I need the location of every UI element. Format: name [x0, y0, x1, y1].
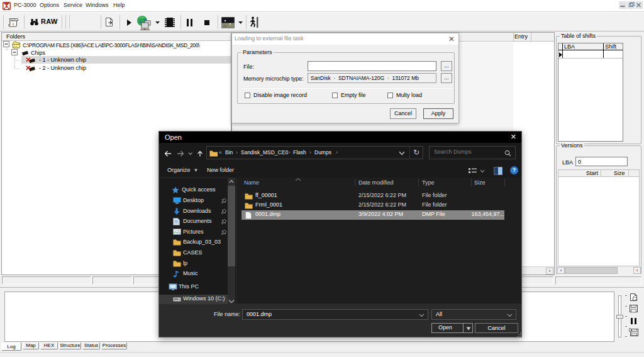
svg-text:i: i	[13, 21, 14, 26]
